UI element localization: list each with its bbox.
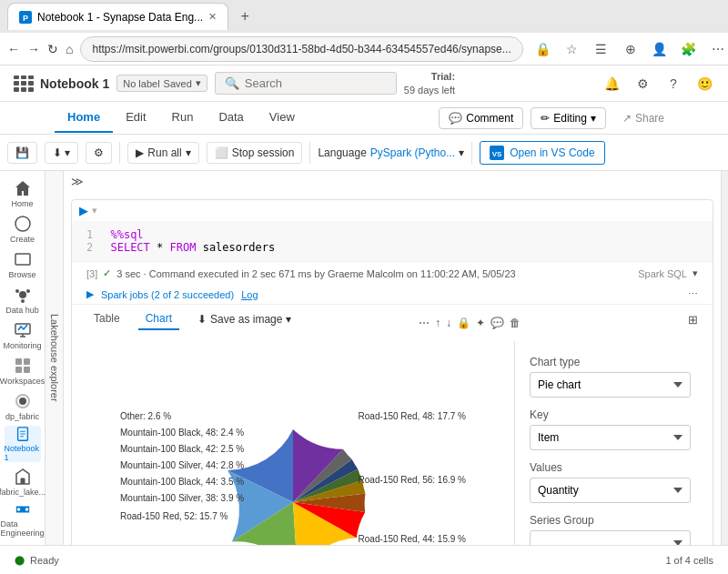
cell-comment-icon[interactable]: 💬 xyxy=(490,317,504,329)
series-group-section: Series Group xyxy=(530,514,691,545)
tab-close-icon[interactable]: ✕ xyxy=(208,11,217,23)
pie-label-other: Other: 2.6 % xyxy=(120,411,171,421)
svg-text:P: P xyxy=(23,14,28,23)
home-button[interactable]: ⌂ xyxy=(66,36,73,62)
zoom-icon[interactable]: ⊕ xyxy=(618,36,643,62)
tab-table[interactable]: Table xyxy=(86,308,127,330)
data-engineering-icon[interactable]: Data Engineering xyxy=(5,501,41,538)
url-text: https://msit.powerbi.com/groups/0130d311… xyxy=(92,43,511,55)
sidebar-item-dp-fabric[interactable]: dp_fabric xyxy=(5,390,41,422)
ribbon-nav: Home Edit Run Data View 💬 Comment ✏ Edit… xyxy=(0,102,728,135)
notebook-area: ≫ ▶ ▾ 1 %%sql 2 SELECT * xyxy=(64,171,721,545)
tab-bar: P Notebook 1 - Synapse Data Eng... ✕ + xyxy=(0,0,728,33)
tab-home[interactable]: Home xyxy=(55,103,113,133)
tab-view[interactable]: View xyxy=(257,103,308,133)
sidebar-label-fabric-lakehouse: fabric_lake... xyxy=(0,488,46,497)
browser-menu-icon[interactable]: ⋯ xyxy=(705,36,728,62)
collapse-button[interactable]: ≫ xyxy=(71,175,84,188)
key-select[interactable]: Item xyxy=(530,425,691,450)
cell-move-down-icon[interactable]: ↓ xyxy=(446,317,451,329)
key-label: Key xyxy=(530,408,691,421)
pie-area: Other: 2.6 % Mountain-100 Black, 48: 2.4… xyxy=(120,402,466,545)
settings-button[interactable]: ⚙ xyxy=(86,142,112,164)
comment-button[interactable]: 💬 Comment xyxy=(439,107,523,129)
tab-data[interactable]: Data xyxy=(206,103,256,133)
collections-icon[interactable]: ☰ xyxy=(589,36,614,62)
help-icon[interactable]: ? xyxy=(661,71,686,96)
lang-chevron-icon: ▾ xyxy=(459,146,464,159)
log-link[interactable]: Log xyxy=(241,289,258,300)
sidebar-item-create[interactable]: Create xyxy=(5,214,41,246)
play-icon: ▶ xyxy=(136,146,144,159)
spark-jobs-bar[interactable]: ▶ Spark jobs (2 of 2 succeeded) Log ⋯ xyxy=(72,285,713,304)
download-button[interactable]: ⬇ ▾ xyxy=(45,142,78,164)
chart-type-section: Chart type Pie chart xyxy=(530,356,691,398)
cell-run-button[interactable]: ▶ xyxy=(79,204,88,217)
url-bar[interactable]: https://msit.powerbi.com/groups/0130d311… xyxy=(80,36,522,62)
output-engine: Spark SQL xyxy=(638,268,687,279)
tab-run[interactable]: Run xyxy=(159,103,207,133)
sidebar-item-browse[interactable]: Browse xyxy=(5,249,41,281)
new-tab-button[interactable]: + xyxy=(232,4,258,29)
spark-expand-icon[interactable]: ▶ xyxy=(86,288,94,300)
share-button[interactable]: ↗ Share xyxy=(613,108,673,128)
explorer-panel[interactable]: Lakehouse explorer xyxy=(46,171,64,545)
no-label-badge[interactable]: No label Saved ▾ xyxy=(116,75,207,92)
settings-icon[interactable]: ⚙ xyxy=(630,71,655,96)
pencil-icon: ✏ xyxy=(541,112,550,125)
cell-collapse-icon[interactable]: ▾ xyxy=(92,205,97,217)
series-group-select[interactable] xyxy=(530,530,691,545)
chart-type-select[interactable]: Pie chart xyxy=(530,372,691,398)
editing-button[interactable]: ✏ Editing ▾ xyxy=(531,107,606,129)
apps-grid-icon[interactable] xyxy=(11,73,33,95)
cell-menu-icon[interactable]: ⋯ xyxy=(419,317,430,329)
vertical-scrollbar[interactable] xyxy=(721,171,728,545)
cell-format-icon[interactable]: ✦ xyxy=(476,317,485,329)
save-image-button[interactable]: ⬇ Save as image ▾ xyxy=(190,309,298,329)
search-input[interactable] xyxy=(245,76,387,90)
pie-label-rd150-52: Road-150 Red, 52: 15.7 % xyxy=(120,511,228,521)
browser-tab[interactable]: P Notebook 1 - Synapse Data Eng... ✕ xyxy=(7,3,228,30)
forward-button[interactable]: → xyxy=(27,36,40,62)
sidebar-label-notebook: Notebook 1 xyxy=(5,444,41,462)
toolbar-separator-3 xyxy=(471,142,472,164)
open-vs-code-button[interactable]: VS Open in VS Code xyxy=(480,141,604,165)
output-chevron-icon[interactable]: ▾ xyxy=(693,267,698,279)
series-group-label: Series Group xyxy=(530,514,691,527)
refresh-button[interactable]: ↻ xyxy=(47,36,58,62)
toolbar-separator-2 xyxy=(309,142,310,164)
values-select[interactable]: Quantity xyxy=(530,478,691,503)
tab-favicon-icon: P xyxy=(19,11,32,24)
back-button[interactable]: ← xyxy=(7,36,20,62)
bell-icon[interactable]: 🔔 xyxy=(599,71,624,96)
saved-text: Saved xyxy=(164,78,192,89)
stop-session-button[interactable]: ⬜ Stop session xyxy=(207,142,303,164)
pie-label-rd150-56: Road-150 Red, 56: 16.9 % xyxy=(359,475,466,485)
svg-point-18 xyxy=(25,508,28,511)
sidebar-item-home[interactable]: Home xyxy=(5,178,41,210)
cell-delete-icon[interactable]: 🗑 xyxy=(510,317,521,329)
spark-more-icon[interactable]: ⋯ xyxy=(688,288,698,300)
sidebar-item-data-hub[interactable]: Data hub xyxy=(5,285,41,317)
smiley-icon[interactable]: 🙂 xyxy=(692,71,717,96)
cell-header: ▶ ▾ xyxy=(72,200,713,221)
language-selector[interactable]: Language PySpark (Pytho... ▾ xyxy=(318,146,464,159)
cell-lock-icon[interactable]: 🔒 xyxy=(457,317,470,329)
sidebar-item-monitoring[interactable]: Monitoring xyxy=(5,320,41,352)
profile-icon[interactable]: 👤 xyxy=(647,36,672,62)
tab-chart[interactable]: Chart xyxy=(138,308,179,330)
sidebar-label-create: Create xyxy=(10,235,35,244)
search-box[interactable]: 🔍 xyxy=(215,72,397,95)
tab-edit[interactable]: Edit xyxy=(113,103,158,133)
run-all-button[interactable]: ▶ Run all ▾ xyxy=(127,142,198,164)
download-icon: ⬇ xyxy=(197,313,207,326)
sidebar-item-fabric-lakehouse[interactable]: fabric_lake... xyxy=(5,466,41,498)
cell-move-up-icon[interactable]: ↑ xyxy=(435,317,440,329)
star-icon[interactable]: ☆ xyxy=(560,36,585,62)
sidebar-item-workspaces[interactable]: Workspaces xyxy=(5,355,41,387)
sidebar-item-notebook[interactable]: Notebook 1 xyxy=(5,426,41,462)
extensions-icon[interactable]: 🧩 xyxy=(676,36,702,62)
chart-icon-button[interactable]: ⊞ xyxy=(688,313,698,327)
security-icon: 🔒 xyxy=(531,36,556,62)
save-button[interactable]: 💾 xyxy=(7,142,37,164)
